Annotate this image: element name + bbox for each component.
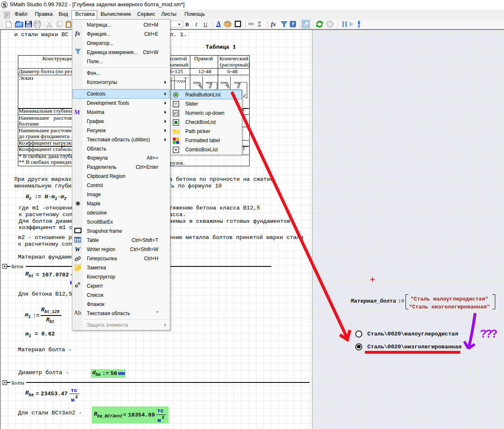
svg-text:???: ??? [480,328,497,340]
